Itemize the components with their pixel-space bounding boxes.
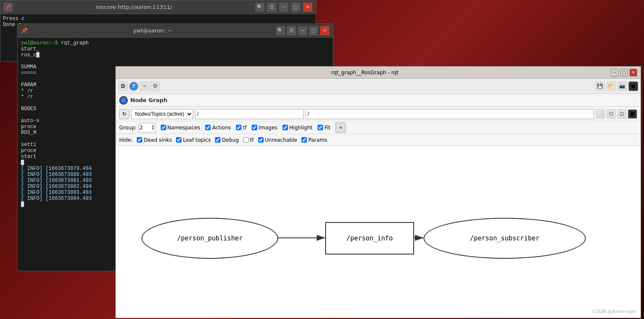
right-icon-1[interactable]: ⬜	[596, 109, 605, 119]
params-checkbox[interactable]	[301, 137, 307, 143]
tf-checkbox[interactable]	[236, 125, 241, 130]
terminal-ywl-controls: 🔍 ☰ − □ ✕	[276, 26, 329, 35]
search-button-2[interactable]: 🔍	[276, 26, 285, 35]
filter-input-2[interactable]	[306, 109, 594, 119]
menu-button-2[interactable]: ☰	[287, 26, 296, 35]
toolbar-icon-help[interactable]: ?	[129, 82, 138, 91]
fit-checkbox-item[interactable]: Fit	[318, 125, 330, 131]
namespaces-checkbox[interactable]	[161, 125, 166, 130]
pin-button[interactable]: 📌	[4, 3, 12, 12]
toolbar-screenshot-icon[interactable]: 📷	[618, 82, 627, 91]
toolbar-icon-d[interactable]: D	[118, 82, 128, 91]
rqt-window-controls: − □ ✕	[611, 69, 637, 76]
unreachable-checkbox[interactable]	[258, 137, 264, 143]
terminal-roscore-controls: 🔍 ☰ − □ ✕	[255, 3, 312, 12]
hide-label: Hide:	[119, 137, 132, 143]
spinner-arrows[interactable]: ▲ ▼	[152, 125, 154, 131]
group-value: 2	[140, 125, 143, 131]
unreachable-item[interactable]: Unreachable	[258, 137, 297, 143]
node-graph-header: Node Graph	[116, 94, 641, 107]
rqt-toolbar: D ? − O 💾 📂 📷 ■	[116, 79, 641, 94]
leaf-topics-checkbox[interactable]	[176, 137, 182, 143]
terminal-roscore-title: roscore http://aaron:11311/	[12, 4, 255, 10]
subscriber-node-label: /person_subscriber	[470, 234, 540, 242]
group-spinner[interactable]: 2 ▲ ▼	[138, 123, 156, 132]
fit-checkbox[interactable]	[318, 125, 323, 130]
toolbar-load-icon[interactable]: 📂	[606, 82, 616, 91]
tf-hide-label: tf	[250, 137, 254, 143]
refresh-button[interactable]: ↻	[119, 109, 129, 119]
terminal-prompt-line: ywl@aaron:~$ rqt_graph	[21, 40, 329, 46]
highlight-checkbox[interactable]	[282, 125, 288, 130]
fit-label: Fit	[324, 125, 330, 131]
rqt-minimize-button[interactable]: −	[611, 69, 618, 76]
rqt-window-title: rqt_graph__RosGraph - rqt	[119, 70, 611, 76]
watermark: CSDN @Aaron-ywl	[593, 309, 635, 314]
publisher-node-label: /person_publisher	[177, 234, 243, 242]
actions-checkbox-item[interactable]: Actions	[205, 125, 231, 131]
rqt-graph-window: rqt_graph__RosGraph - rqt − □ ✕ D ? − O …	[115, 66, 641, 318]
terminal-command: rqt_graph	[61, 40, 89, 46]
topic-node[interactable]: /person_info	[325, 222, 414, 255]
close-button[interactable]: ✕	[303, 3, 312, 12]
right-icon-3[interactable]: ◻	[617, 109, 626, 119]
tf-hide-checkbox[interactable]	[243, 137, 249, 143]
display-mode-dropdown[interactable]: Nodes/Topics (active) Nodes only Topics …	[131, 109, 193, 119]
dead-sinks-checkbox[interactable]	[137, 137, 142, 143]
params-item[interactable]: Params	[301, 137, 327, 143]
filter-input-1[interactable]	[195, 109, 304, 119]
images-checkbox-item[interactable]: Images	[252, 125, 277, 131]
leaf-topics-item[interactable]: Leaf topics	[176, 137, 211, 143]
debug-label: Debug	[222, 137, 238, 143]
minimize-button-2[interactable]: −	[298, 26, 307, 35]
rqt-titlebar: rqt_graph__RosGraph - rqt − □ ✕	[116, 67, 641, 79]
namespaces-label: Namespaces	[168, 125, 200, 131]
rqt-maximize-button[interactable]: □	[620, 69, 628, 76]
controls-row: ↻ Nodes/Topics (active) Nodes only Topic…	[116, 107, 641, 121]
spinner-down[interactable]: ▼	[152, 128, 154, 131]
dead-sinks-item[interactable]: Dead sinks	[137, 137, 172, 143]
maximize-button[interactable]: □	[291, 3, 300, 12]
right-icon-2[interactable]: ⬡	[606, 109, 616, 119]
terminal-roscore-titlebar: 📌 roscore http://aaron:11311/ 🔍 ☰ − □ ✕	[0, 0, 316, 14]
right-icon-4[interactable]: ■	[628, 109, 637, 119]
pin-button-2[interactable]: 📌	[21, 27, 28, 34]
toolbar-dark-icon[interactable]: ■	[629, 82, 638, 91]
minimize-button[interactable]: −	[279, 3, 288, 12]
group-control: Group: 2 ▲ ▼	[119, 123, 156, 132]
unreachable-label: Unreachable	[265, 137, 297, 143]
tl-1: start_	[21, 46, 329, 52]
maximize-button-2[interactable]: □	[309, 26, 318, 35]
debug-checkbox[interactable]	[215, 137, 221, 143]
toolbar-icons-right: 💾 📂 📷 ■	[595, 82, 638, 91]
close-button-2[interactable]: ✕	[320, 26, 329, 35]
debug-item[interactable]: Debug	[215, 137, 238, 143]
tf-hide-item[interactable]: tf	[243, 137, 254, 143]
ros-icon	[119, 96, 128, 105]
toolbar-icon-o[interactable]: O	[150, 82, 160, 91]
search-button[interactable]: 🔍	[255, 3, 265, 12]
fit-button[interactable]: ⌖	[335, 123, 346, 133]
tf-checkbox-item[interactable]: tf	[236, 125, 247, 131]
menu-button[interactable]: ☰	[267, 3, 276, 12]
highlight-checkbox-item[interactable]: Highlight	[282, 125, 312, 131]
images-checkbox[interactable]	[252, 125, 257, 130]
params-label: Params	[308, 137, 327, 143]
dead-sinks-label: Dead sinks	[144, 137, 172, 143]
terminal-user: ywl@aaron:~$	[21, 40, 58, 46]
subscriber-node[interactable]: /person_subscriber	[423, 218, 586, 259]
images-label: Images	[259, 125, 277, 131]
topic-node-label: /person_info	[347, 234, 393, 242]
actions-checkbox[interactable]	[205, 125, 211, 130]
namespaces-checkbox-item[interactable]: Namespaces	[161, 125, 200, 131]
graph-canvas[interactable]: /person_publisher /person_info /person_s…	[116, 146, 641, 318]
actions-label: Actions	[212, 125, 231, 131]
toolbar-save-icon[interactable]: 💾	[595, 82, 605, 91]
rqt-close-button[interactable]: ✕	[629, 69, 637, 76]
node-graph-label: Node Graph	[130, 97, 168, 103]
leaf-topics-label: Leaf topics	[183, 137, 211, 143]
terminal-ywl-titlebar: 📌 ywl@aaron: ~ 🔍 ☰ − □ ✕	[18, 24, 333, 38]
checkboxes-row: Group: 2 ▲ ▼ Namespaces Actions tf Image…	[116, 121, 641, 134]
publisher-node[interactable]: /person_publisher	[141, 218, 278, 259]
toolbar-icon-dash[interactable]: −	[140, 82, 149, 91]
